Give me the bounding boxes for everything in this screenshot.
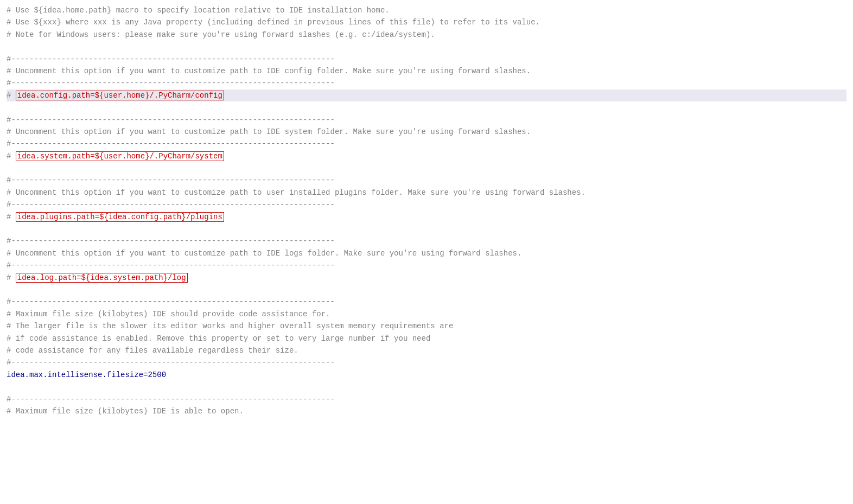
comment-line: # Use ${idea.home.path} macro to specify… — [7, 4, 846, 16]
editor-line: # idea.log.path=${idea.system.path}/log — [7, 272, 846, 284]
comment-line: # Note for Windows users: please make su… — [7, 29, 846, 41]
comment-line: #---------------------------------------… — [7, 138, 846, 150]
comment-line: #---------------------------------------… — [7, 77, 846, 89]
boxed-property[interactable]: idea.system.path=${user.home}/.PyCharm/s… — [16, 151, 224, 161]
empty-line — [7, 41, 846, 53]
editor-container: # Use ${idea.home.path} macro to specify… — [0, 0, 853, 504]
empty-line — [7, 162, 846, 174]
comment-line: #---------------------------------------… — [7, 114, 846, 126]
comment-line: # Use ${xxx} where xxx is any Java prope… — [7, 16, 846, 28]
boxed-property[interactable]: idea.config.path=${user.home}/.PyCharm/c… — [16, 91, 224, 100]
boxed-property[interactable]: idea.plugins.path=${idea.config.path}/pl… — [16, 212, 224, 222]
comment-line: #---------------------------------------… — [7, 259, 846, 271]
editor-line: # idea.plugins.path=${idea.config.path}/… — [7, 211, 846, 223]
comment-line: # The larger file is the slower its edit… — [7, 320, 846, 332]
comment-line: # Maximum file size (kilobytes) IDE shou… — [7, 308, 846, 320]
comment-line: # Uncomment this option if you want to c… — [7, 126, 846, 138]
line-prefix: # — [7, 213, 16, 221]
line-prefix: # — [7, 91, 16, 100]
comment-line: #---------------------------------------… — [7, 296, 846, 308]
comment-line: #---------------------------------------… — [7, 235, 846, 247]
comment-line: # Uncomment this option if you want to c… — [7, 247, 846, 259]
comment-line: # Uncomment this option if you want to c… — [7, 65, 846, 77]
empty-line — [7, 223, 846, 235]
line-prefix: # — [7, 273, 16, 282]
comment-line: #---------------------------------------… — [7, 174, 846, 186]
comment-line: # Uncomment this option if you want to c… — [7, 187, 846, 199]
active-property-line: idea.max.intellisense.filesize=2500 — [7, 369, 846, 381]
editor-line: # idea.system.path=${user.home}/.PyCharm… — [7, 150, 846, 162]
comment-line: #---------------------------------------… — [7, 53, 846, 65]
editor-line: # idea.config.path=${user.home}/.PyCharm… — [7, 90, 846, 101]
comment-line: # if code assistance is enabled. Remove … — [7, 333, 846, 344]
comment-line: #---------------------------------------… — [7, 393, 846, 405]
empty-line — [7, 101, 846, 113]
comment-line: # Maximum file size (kilobytes) IDE is a… — [7, 405, 846, 417]
comment-line: #---------------------------------------… — [7, 199, 846, 210]
comment-line: #---------------------------------------… — [7, 356, 846, 368]
empty-line — [7, 284, 846, 296]
boxed-property[interactable]: idea.log.path=${idea.system.path}/log — [16, 273, 188, 283]
empty-line — [7, 381, 846, 393]
line-prefix: # — [7, 152, 16, 161]
comment-line: # code assistance for any files availabl… — [7, 344, 846, 356]
